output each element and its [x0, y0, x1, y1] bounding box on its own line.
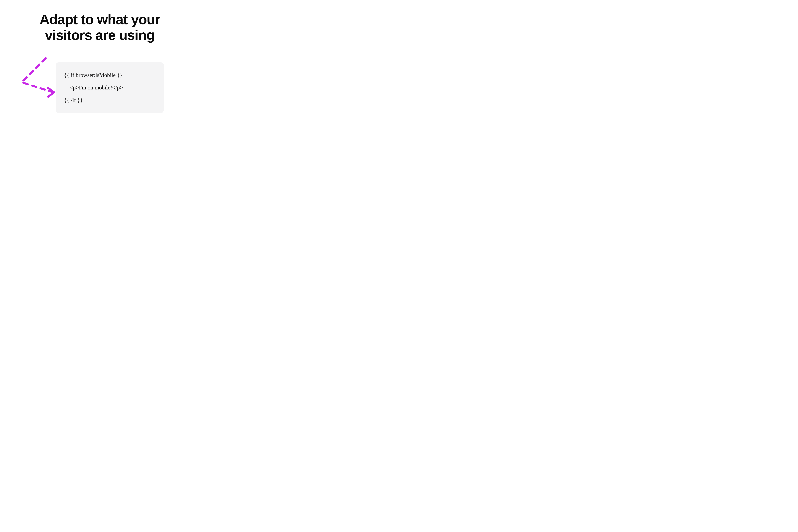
code-line-2: <p>I'm on mobile!</p>	[64, 84, 123, 91]
slide-heading: Adapt to what yourvisitors are using	[0, 12, 200, 43]
code-snippet-card: {{ if browser:isMobile }} <p>I'm on mobi…	[56, 62, 164, 113]
slide-stage: Adapt to what yourvisitors are using {{ …	[0, 0, 200, 133]
code-line-3: {{ /if }}	[64, 97, 83, 103]
code-snippet: {{ if browser:isMobile }} <p>I'm on mobi…	[64, 69, 157, 106]
arrow-icon	[17, 57, 60, 100]
code-line-1: {{ if browser:isMobile }}	[64, 72, 122, 78]
